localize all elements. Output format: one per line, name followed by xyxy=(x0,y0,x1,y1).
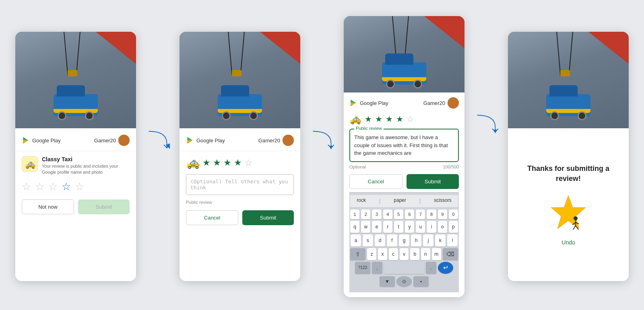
key-n[interactable]: n xyxy=(421,248,430,260)
submit-button-2[interactable]: Submit xyxy=(242,210,294,225)
svg-marker-3 xyxy=(329,146,333,150)
key-1[interactable]: 1 xyxy=(350,209,359,219)
user-row-2: Gamer20 xyxy=(258,135,294,146)
period-key[interactable]: . xyxy=(426,262,436,274)
key-v[interactable]: v xyxy=(400,248,409,260)
svg-line-11 xyxy=(573,226,576,230)
comma-key[interactable]: , xyxy=(372,262,382,274)
cancel-button-2[interactable]: Cancel xyxy=(186,210,238,225)
key-8[interactable]: 8 xyxy=(427,209,436,219)
gplay-label-3: Google Play xyxy=(360,100,388,106)
star-1-4[interactable]: ☆ xyxy=(62,181,71,193)
not-now-button[interactable]: Not now xyxy=(22,199,74,214)
app-info-1: 🚕 Classy Taxi Your review is public and … xyxy=(22,156,130,175)
nav-home[interactable]: ⊙ xyxy=(396,276,412,287)
key-i[interactable]: i xyxy=(427,221,436,233)
num-key[interactable]: ?123 xyxy=(355,262,370,274)
key-b[interactable]: b xyxy=(410,248,419,260)
key-j[interactable]: j xyxy=(423,234,433,246)
suggestion-3[interactable]: scissors xyxy=(434,197,451,205)
key-2[interactable]: 2 xyxy=(361,209,370,219)
key-x[interactable]: x xyxy=(378,248,387,260)
star-1-3[interactable]: ☆ xyxy=(48,181,58,193)
review-box-3: Public review This game is awesome, but … xyxy=(349,129,459,162)
car-wheel-right-4 xyxy=(578,111,586,120)
key-p[interactable]: p xyxy=(449,221,458,233)
key-d[interactable]: d xyxy=(375,234,385,246)
star-2-2[interactable]: ★ xyxy=(213,158,221,168)
star-3-1[interactable]: ★ xyxy=(365,114,372,124)
submit-button-1[interactable]: Submit xyxy=(78,199,130,214)
key-t[interactable]: t xyxy=(394,221,403,233)
key-6[interactable]: 6 xyxy=(405,209,414,219)
key-o[interactable]: o xyxy=(438,221,447,233)
key-r[interactable]: r xyxy=(383,221,392,233)
suggestion-1[interactable]: rock xyxy=(357,197,366,205)
crane-cable-right xyxy=(76,32,80,72)
gplay-label-2: Google Play xyxy=(196,138,225,144)
crane-cable-2r xyxy=(240,32,245,72)
char-count-3: 100/500 xyxy=(443,164,459,169)
star-3-4[interactable]: ★ xyxy=(396,114,403,124)
taxi-icon-2: 🚕 xyxy=(186,156,200,169)
key-0[interactable]: 0 xyxy=(449,209,458,219)
star-3-2[interactable]: ★ xyxy=(375,114,382,124)
review-textarea-2[interactable]: (Optional) Tell others what you think xyxy=(186,174,294,195)
star-2-5[interactable]: ☆ xyxy=(244,158,252,168)
key-z[interactable]: z xyxy=(367,248,376,260)
review-text-3[interactable]: This game is awesome, but I have a coupl… xyxy=(354,133,454,157)
star-2-4[interactable]: ★ xyxy=(234,158,242,168)
star-1-1[interactable]: ☆ xyxy=(22,181,31,193)
nav-dropdown[interactable]: ▼ xyxy=(380,276,395,287)
star-1-2[interactable]: ☆ xyxy=(35,181,44,193)
key-f[interactable]: f xyxy=(387,234,397,246)
car-4 xyxy=(546,94,590,116)
key-k[interactable]: k xyxy=(435,234,446,246)
crane-cable-4l xyxy=(556,32,561,76)
nav-row: ▼ ⊙ ▪ xyxy=(350,276,458,287)
svg-marker-0 xyxy=(23,137,28,144)
key-c[interactable]: c xyxy=(389,248,398,260)
key-e[interactable]: e xyxy=(372,221,381,233)
star-2-3[interactable]: ★ xyxy=(223,158,231,168)
stars-row-1[interactable]: ☆ ☆ ☆ ☆ ☆ xyxy=(22,181,130,193)
backspace-key[interactable]: ⌫ xyxy=(443,248,458,260)
key-w[interactable]: w xyxy=(361,221,370,233)
star-3-5[interactable]: ☆ xyxy=(407,114,414,124)
undo-button[interactable]: Undo xyxy=(561,239,575,246)
suggestion-2[interactable]: paper xyxy=(394,197,406,205)
key-u[interactable]: u xyxy=(416,221,425,233)
google-play-logo-2: Google Play xyxy=(186,136,225,144)
space-key[interactable] xyxy=(384,262,424,274)
key-7[interactable]: 7 xyxy=(416,209,425,219)
car-top-3 xyxy=(385,53,413,65)
gplay-icon-2 xyxy=(186,136,194,144)
key-g[interactable]: g xyxy=(399,234,409,246)
key-a[interactable]: a xyxy=(351,234,361,246)
key-3[interactable]: 3 xyxy=(372,209,381,219)
star-3-3[interactable]: ★ xyxy=(386,114,393,124)
nav-square[interactable]: ▪ xyxy=(413,276,429,287)
red-triangle-4 xyxy=(588,32,629,64)
key-9[interactable]: 9 xyxy=(438,209,447,219)
crane-cable-3r xyxy=(405,16,409,56)
arrow-3 xyxy=(474,108,498,140)
key-h[interactable]: h xyxy=(411,234,421,246)
key-y[interactable]: y xyxy=(405,221,414,233)
submit-button-3[interactable]: Submit xyxy=(407,174,459,189)
key-l[interactable]: l xyxy=(447,234,458,246)
enter-key[interactable]: ↵ xyxy=(438,262,453,274)
key-4[interactable]: 4 xyxy=(383,209,392,219)
key-m[interactable]: m xyxy=(432,248,441,260)
star-2-1[interactable]: ★ xyxy=(202,158,211,168)
key-5[interactable]: 5 xyxy=(394,209,403,219)
svg-marker-2 xyxy=(187,137,192,144)
car-wheel-right-2 xyxy=(249,111,258,120)
arrow-svg-2 xyxy=(310,124,334,156)
car-3 xyxy=(382,62,426,84)
shift-key[interactable]: ⇧ xyxy=(350,248,365,260)
key-s[interactable]: s xyxy=(363,234,373,246)
cancel-button-3[interactable]: Cancel xyxy=(349,174,402,189)
key-q[interactable]: q xyxy=(350,221,359,233)
star-1-5[interactable]: ☆ xyxy=(75,181,84,193)
